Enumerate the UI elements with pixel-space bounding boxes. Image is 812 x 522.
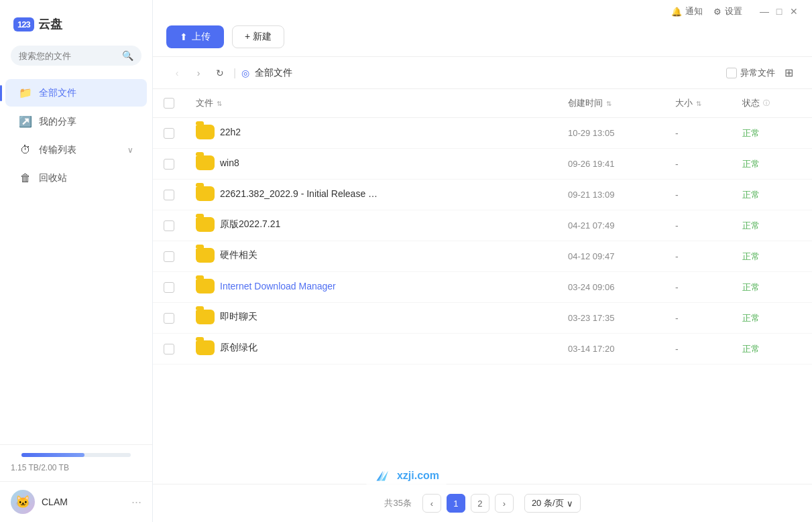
table-row[interactable]: 原创绿化 03-14 17:20 - 正常 (153, 334, 812, 365)
file-area: 文件 ⇅ 创建时间 ⇅ 大小 ⇅ (153, 89, 812, 484)
sidebar: 123 云盘 🔍 📁 全部文件 ↗️ 我的分享 ⏱ 传输列表 ∨ 🗑 回收站 (0, 0, 153, 522)
row-checkbox-4[interactable] (164, 251, 174, 262)
folder-icon-7 (196, 340, 215, 355)
sidebar-item-label: 全部文件 (39, 87, 76, 99)
row-check-6 (153, 303, 185, 334)
row-name-0: 22h2 (185, 118, 557, 149)
folder-icon: 📁 (19, 86, 32, 99)
row-status-1: 正常 (732, 149, 812, 180)
logo-icon: 123 (13, 17, 34, 31)
row-check-5 (153, 272, 185, 303)
status-badge-3: 正常 (742, 220, 760, 231)
storage-bar (21, 453, 131, 457)
row-checkbox-1[interactable] (164, 159, 174, 170)
table-row[interactable]: 22h2 10-29 13:05 - 正常 (153, 118, 812, 149)
page-2[interactable]: 2 (471, 494, 489, 513)
separator: | (233, 67, 236, 79)
location-icon: ◎ (241, 68, 249, 78)
header-checkbox[interactable] (164, 98, 174, 109)
sort-icon-name: ⇅ (217, 100, 222, 107)
upload-button[interactable]: ⬆ 上传 (166, 25, 224, 48)
row-check-1 (153, 149, 185, 180)
row-size-5: - (664, 272, 732, 303)
table-row[interactable]: 原版2022.7.21 04-21 07:49 - 正常 (153, 210, 812, 241)
share-icon: ↗️ (19, 115, 32, 128)
row-checkbox-3[interactable] (164, 220, 174, 231)
upload-icon: ⬆ (180, 31, 188, 42)
table-row[interactable]: Internet Download Manager 03-24 09:06 - … (153, 272, 812, 303)
row-checkbox-0[interactable] (164, 128, 174, 139)
row-size-1: - (664, 149, 732, 180)
page-size-label: 20 条/页 (532, 497, 564, 509)
row-size-2: - (664, 180, 732, 210)
table-row[interactable]: 22621.382_2022.9 - Initial Release … 09-… (153, 180, 812, 210)
pagination-next[interactable]: › (495, 494, 514, 513)
th-name: 文件 ⇅ (185, 89, 557, 118)
checkbox-icon (726, 68, 737, 78)
storage-text: 1.15 TB/2.00 TB (11, 463, 69, 472)
sidebar-item-label: 回收站 (39, 172, 67, 184)
new-button[interactable]: + 新建 (232, 25, 284, 48)
forward-button[interactable]: › (190, 65, 207, 81)
row-check-0 (153, 118, 185, 149)
recycle-icon: 🗑 (19, 172, 32, 184)
row-status-2: 正常 (732, 180, 812, 210)
sort-icon-size: ⇅ (696, 100, 701, 107)
row-name-5: Internet Download Manager (185, 272, 557, 303)
row-date-1: 09-26 19:41 (557, 149, 664, 180)
settings-label: 设置 (725, 5, 742, 17)
back-button[interactable]: ‹ (169, 65, 185, 81)
folder-icon-6 (196, 310, 215, 324)
row-check-2 (153, 180, 185, 210)
status-badge-6: 正常 (742, 313, 760, 323)
notification-button[interactable]: 🔔 通知 (671, 5, 703, 17)
file-tbody: 22h2 10-29 13:05 - 正常 win8 09-26 19:41 -… (153, 118, 812, 365)
sidebar-item-recycle-bin[interactable]: 🗑 回收站 (5, 165, 147, 192)
row-checkbox-5[interactable] (164, 282, 174, 293)
user-more-button[interactable]: ··· (131, 495, 141, 509)
settings-button[interactable]: ⚙ 设置 (713, 5, 742, 17)
row-checkbox-7[interactable] (164, 344, 174, 354)
file-name-text-1: win8 (220, 157, 239, 168)
row-checkbox-6[interactable] (164, 313, 174, 324)
new-label: + 新建 (245, 31, 272, 43)
avatar: 🐱 (11, 490, 35, 514)
toolbar: ⬆ 上传 + 新建 (153, 17, 812, 57)
view-toggle-button[interactable]: ⊞ (782, 64, 796, 82)
table-row[interactable]: 即时聊天 03-23 17:35 - 正常 (153, 303, 812, 334)
upload-label: 上传 (192, 31, 211, 43)
sidebar-item-my-share[interactable]: ↗️ 我的分享 (5, 108, 147, 135)
sidebar-item-label: 我的分享 (39, 116, 76, 128)
table-row[interactable]: 硬件相关 04-12 09:47 - 正常 (153, 241, 812, 272)
sidebar-item-all-files[interactable]: 📁 全部文件 (5, 79, 147, 107)
th-status: 状态 ⓘ (732, 89, 812, 118)
table-row[interactable]: win8 09-26 19:41 - 正常 (153, 149, 812, 180)
row-checkbox-2[interactable] (164, 190, 174, 200)
anomaly-checkbox[interactable]: 异常文件 (726, 67, 775, 79)
sidebar-item-transfer-list[interactable]: ⏱ 传输列表 ∨ (5, 137, 147, 164)
sidebar-item-label: 传输列表 (39, 144, 76, 156)
pagination: 共35条 ‹ 1 2 › 20 条/页 ∨ (153, 484, 812, 522)
page-1[interactable]: 1 (447, 494, 465, 513)
breadcrumb-right: 异常文件 ⊞ (726, 64, 796, 82)
header-actions: 🔔 通知 ⚙ 设置 — □ ✕ (671, 5, 799, 17)
row-date-7: 03-14 17:20 (557, 334, 664, 365)
search-input[interactable] (19, 51, 118, 61)
status-badge-1: 正常 (742, 159, 760, 169)
minimize-button[interactable]: — (760, 7, 769, 16)
page-size-select[interactable]: 20 条/页 ∨ (524, 494, 581, 513)
status-badge-2: 正常 (742, 190, 760, 200)
th-check (153, 89, 185, 118)
search-box[interactable]: 🔍 (11, 46, 141, 66)
file-name-text-3: 原版2022.7.21 (220, 218, 280, 231)
refresh-button[interactable]: ↻ (212, 65, 228, 81)
row-status-4: 正常 (732, 241, 812, 272)
status-badge-5: 正常 (742, 282, 760, 292)
pagination-prev[interactable]: ‹ (422, 494, 441, 513)
row-date-4: 04-12 09:47 (557, 241, 664, 272)
maximize-button[interactable]: □ (774, 7, 784, 16)
row-check-3 (153, 210, 185, 241)
info-icon: ⓘ (763, 99, 770, 108)
row-date-0: 10-29 13:05 (557, 118, 664, 149)
close-button[interactable]: ✕ (789, 7, 799, 16)
